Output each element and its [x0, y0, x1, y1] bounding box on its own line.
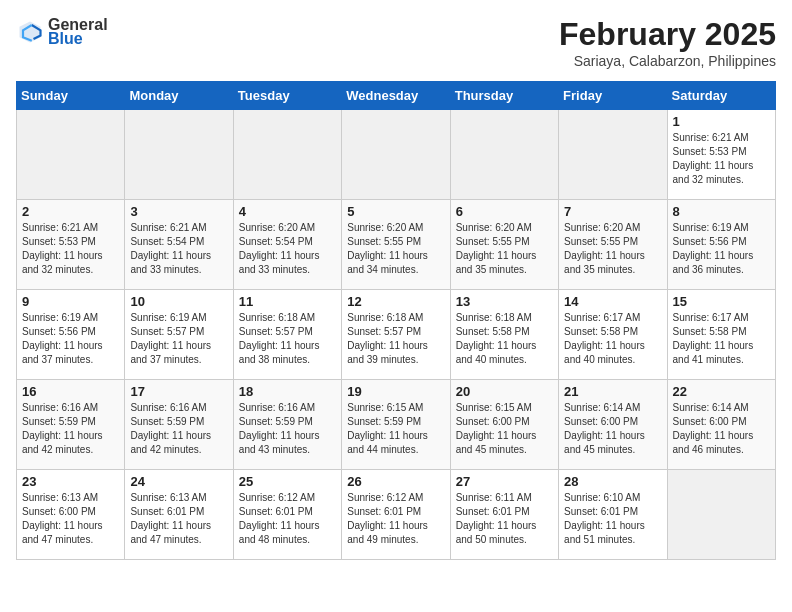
day-cell [450, 110, 558, 200]
day-header-wednesday: Wednesday [342, 82, 450, 110]
calendar-title: February 2025 [559, 16, 776, 53]
day-number: 7 [564, 204, 661, 219]
week-row-2: 2Sunrise: 6:21 AM Sunset: 5:53 PM Daylig… [17, 200, 776, 290]
day-number: 13 [456, 294, 553, 309]
day-cell: 11Sunrise: 6:18 AM Sunset: 5:57 PM Dayli… [233, 290, 341, 380]
day-cell: 20Sunrise: 6:15 AM Sunset: 6:00 PM Dayli… [450, 380, 558, 470]
day-number: 4 [239, 204, 336, 219]
day-number: 25 [239, 474, 336, 489]
week-row-1: 1Sunrise: 6:21 AM Sunset: 5:53 PM Daylig… [17, 110, 776, 200]
day-info: Sunrise: 6:19 AM Sunset: 5:57 PM Dayligh… [130, 311, 227, 367]
day-number: 3 [130, 204, 227, 219]
day-info: Sunrise: 6:19 AM Sunset: 5:56 PM Dayligh… [22, 311, 119, 367]
day-cell: 6Sunrise: 6:20 AM Sunset: 5:55 PM Daylig… [450, 200, 558, 290]
day-number: 27 [456, 474, 553, 489]
header: General Blue February 2025 Sariaya, Cala… [16, 16, 776, 69]
day-number: 16 [22, 384, 119, 399]
day-info: Sunrise: 6:15 AM Sunset: 6:00 PM Dayligh… [456, 401, 553, 457]
day-cell: 22Sunrise: 6:14 AM Sunset: 6:00 PM Dayli… [667, 380, 775, 470]
day-info: Sunrise: 6:13 AM Sunset: 6:01 PM Dayligh… [130, 491, 227, 547]
title-area: February 2025 Sariaya, Calabarzon, Phili… [559, 16, 776, 69]
week-row-5: 23Sunrise: 6:13 AM Sunset: 6:00 PM Dayli… [17, 470, 776, 560]
day-cell: 28Sunrise: 6:10 AM Sunset: 6:01 PM Dayli… [559, 470, 667, 560]
day-cell: 16Sunrise: 6:16 AM Sunset: 5:59 PM Dayli… [17, 380, 125, 470]
day-cell: 12Sunrise: 6:18 AM Sunset: 5:57 PM Dayli… [342, 290, 450, 380]
day-info: Sunrise: 6:20 AM Sunset: 5:55 PM Dayligh… [564, 221, 661, 277]
day-info: Sunrise: 6:16 AM Sunset: 5:59 PM Dayligh… [130, 401, 227, 457]
day-cell [342, 110, 450, 200]
day-cell: 10Sunrise: 6:19 AM Sunset: 5:57 PM Dayli… [125, 290, 233, 380]
day-cell: 26Sunrise: 6:12 AM Sunset: 6:01 PM Dayli… [342, 470, 450, 560]
day-info: Sunrise: 6:17 AM Sunset: 5:58 PM Dayligh… [564, 311, 661, 367]
day-number: 15 [673, 294, 770, 309]
day-number: 24 [130, 474, 227, 489]
day-cell: 14Sunrise: 6:17 AM Sunset: 5:58 PM Dayli… [559, 290, 667, 380]
day-cell: 25Sunrise: 6:12 AM Sunset: 6:01 PM Dayli… [233, 470, 341, 560]
day-header-friday: Friday [559, 82, 667, 110]
day-header-tuesday: Tuesday [233, 82, 341, 110]
day-number: 14 [564, 294, 661, 309]
day-number: 18 [239, 384, 336, 399]
day-number: 2 [22, 204, 119, 219]
day-number: 19 [347, 384, 444, 399]
day-number: 10 [130, 294, 227, 309]
logo-text: General Blue [48, 16, 108, 47]
logo: General Blue [16, 16, 108, 47]
calendar-body: 1Sunrise: 6:21 AM Sunset: 5:53 PM Daylig… [17, 110, 776, 560]
day-number: 28 [564, 474, 661, 489]
day-cell [233, 110, 341, 200]
day-cell: 7Sunrise: 6:20 AM Sunset: 5:55 PM Daylig… [559, 200, 667, 290]
day-cell: 2Sunrise: 6:21 AM Sunset: 5:53 PM Daylig… [17, 200, 125, 290]
day-info: Sunrise: 6:16 AM Sunset: 5:59 PM Dayligh… [239, 401, 336, 457]
day-info: Sunrise: 6:14 AM Sunset: 6:00 PM Dayligh… [564, 401, 661, 457]
day-header-sunday: Sunday [17, 82, 125, 110]
day-cell: 24Sunrise: 6:13 AM Sunset: 6:01 PM Dayli… [125, 470, 233, 560]
day-info: Sunrise: 6:10 AM Sunset: 6:01 PM Dayligh… [564, 491, 661, 547]
day-info: Sunrise: 6:15 AM Sunset: 5:59 PM Dayligh… [347, 401, 444, 457]
day-number: 11 [239, 294, 336, 309]
day-info: Sunrise: 6:19 AM Sunset: 5:56 PM Dayligh… [673, 221, 770, 277]
day-cell: 18Sunrise: 6:16 AM Sunset: 5:59 PM Dayli… [233, 380, 341, 470]
day-info: Sunrise: 6:13 AM Sunset: 6:00 PM Dayligh… [22, 491, 119, 547]
day-number: 6 [456, 204, 553, 219]
day-info: Sunrise: 6:20 AM Sunset: 5:55 PM Dayligh… [347, 221, 444, 277]
day-number: 22 [673, 384, 770, 399]
day-number: 1 [673, 114, 770, 129]
calendar-table: SundayMondayTuesdayWednesdayThursdayFrid… [16, 81, 776, 560]
logo-icon [16, 18, 44, 46]
day-cell: 8Sunrise: 6:19 AM Sunset: 5:56 PM Daylig… [667, 200, 775, 290]
day-info: Sunrise: 6:14 AM Sunset: 6:00 PM Dayligh… [673, 401, 770, 457]
day-number: 12 [347, 294, 444, 309]
day-info: Sunrise: 6:11 AM Sunset: 6:01 PM Dayligh… [456, 491, 553, 547]
week-row-3: 9Sunrise: 6:19 AM Sunset: 5:56 PM Daylig… [17, 290, 776, 380]
day-cell [559, 110, 667, 200]
day-number: 26 [347, 474, 444, 489]
day-cell: 13Sunrise: 6:18 AM Sunset: 5:58 PM Dayli… [450, 290, 558, 380]
calendar-subtitle: Sariaya, Calabarzon, Philippines [559, 53, 776, 69]
day-info: Sunrise: 6:18 AM Sunset: 5:57 PM Dayligh… [347, 311, 444, 367]
day-number: 9 [22, 294, 119, 309]
day-info: Sunrise: 6:18 AM Sunset: 5:58 PM Dayligh… [456, 311, 553, 367]
day-cell: 5Sunrise: 6:20 AM Sunset: 5:55 PM Daylig… [342, 200, 450, 290]
day-info: Sunrise: 6:20 AM Sunset: 5:55 PM Dayligh… [456, 221, 553, 277]
day-cell: 27Sunrise: 6:11 AM Sunset: 6:01 PM Dayli… [450, 470, 558, 560]
day-number: 23 [22, 474, 119, 489]
day-cell: 23Sunrise: 6:13 AM Sunset: 6:00 PM Dayli… [17, 470, 125, 560]
day-cell: 1Sunrise: 6:21 AM Sunset: 5:53 PM Daylig… [667, 110, 775, 200]
day-info: Sunrise: 6:21 AM Sunset: 5:53 PM Dayligh… [22, 221, 119, 277]
day-info: Sunrise: 6:17 AM Sunset: 5:58 PM Dayligh… [673, 311, 770, 367]
day-number: 8 [673, 204, 770, 219]
day-cell: 15Sunrise: 6:17 AM Sunset: 5:58 PM Dayli… [667, 290, 775, 380]
day-cell: 19Sunrise: 6:15 AM Sunset: 5:59 PM Dayli… [342, 380, 450, 470]
day-cell: 17Sunrise: 6:16 AM Sunset: 5:59 PM Dayli… [125, 380, 233, 470]
day-info: Sunrise: 6:21 AM Sunset: 5:53 PM Dayligh… [673, 131, 770, 187]
day-info: Sunrise: 6:16 AM Sunset: 5:59 PM Dayligh… [22, 401, 119, 457]
day-number: 17 [130, 384, 227, 399]
day-cell [17, 110, 125, 200]
day-cell: 4Sunrise: 6:20 AM Sunset: 5:54 PM Daylig… [233, 200, 341, 290]
day-number: 20 [456, 384, 553, 399]
day-number: 21 [564, 384, 661, 399]
day-cell: 9Sunrise: 6:19 AM Sunset: 5:56 PM Daylig… [17, 290, 125, 380]
day-header-thursday: Thursday [450, 82, 558, 110]
day-cell: 3Sunrise: 6:21 AM Sunset: 5:54 PM Daylig… [125, 200, 233, 290]
